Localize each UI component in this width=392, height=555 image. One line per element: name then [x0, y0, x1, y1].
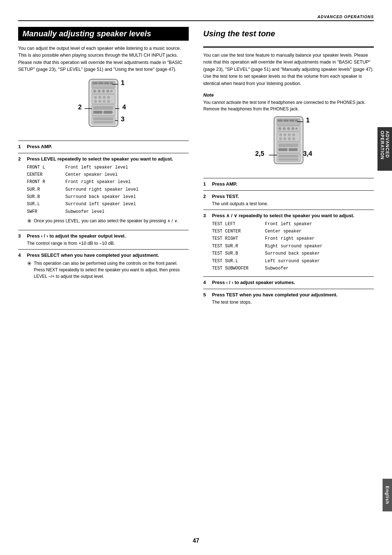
svg-point-14: [98, 96, 101, 99]
note-text: You cannot activate the test tone if hea…: [203, 99, 374, 112]
table-row: SUR.R Surround right speaker level: [27, 186, 189, 193]
svg-rect-4: [104, 82, 109, 84]
r-step-1-num: 1: [203, 181, 209, 187]
left-step-2: 2 Press LEVEL repeatedly to select the s…: [18, 153, 189, 230]
step-4-body: ✳ This operation can also be performed u…: [18, 260, 189, 280]
right-device-diagram: 1 2,5 3,4: [203, 116, 374, 172]
speaker-table: FRONT L Front left speaker level CENTER …: [27, 164, 189, 216]
svg-point-54: [283, 137, 286, 140]
right-step-2: 2 Press TEST. The unit outputs a test to…: [203, 190, 374, 210]
svg-point-11: [110, 90, 113, 92]
left-intro: You can adjust the output level of each …: [18, 45, 189, 73]
right-step-3: 3 Press ∧ / ∨ repeatedly to select the s…: [203, 210, 374, 277]
table-row: TEST CENTER Center speaker: [212, 228, 374, 235]
svg-point-55: [288, 137, 291, 140]
svg-text:2: 2: [78, 104, 82, 111]
svg-rect-60: [289, 148, 298, 151]
r-step-3-body: TEST LEFT Front left speaker TEST CENTER…: [203, 220, 374, 272]
svg-text:3,4: 3,4: [303, 150, 312, 157]
step-3-num: 3: [18, 233, 24, 239]
r-step-2-header: Press TEST.: [212, 194, 239, 199]
svg-point-9: [102, 90, 105, 93]
svg-rect-38: [278, 119, 283, 122]
svg-point-53: [279, 137, 282, 140]
english-tab: English: [383, 479, 392, 511]
svg-point-56: [292, 137, 295, 140]
r-step-4-header: Press ‹ / › to adjust speaker volumes.: [212, 280, 295, 285]
r-step-5-text: The test tone stops.: [212, 300, 252, 305]
right-section-title: Using the test tone: [203, 27, 374, 41]
advanced-operation-tab: ADVANCED OPERATION: [377, 127, 392, 171]
svg-point-17: [94, 100, 97, 103]
step-2-header: Press LEVEL repeatedly to select the spe…: [27, 156, 173, 162]
right-column: Using the test tone You can use the test…: [203, 27, 374, 308]
step-3-body: The control range is from +10 dB to –10 …: [18, 240, 189, 247]
svg-point-10: [106, 90, 109, 93]
svg-point-13: [94, 96, 97, 99]
table-row: TEST RIGHT Front right speaker: [212, 235, 374, 242]
step-2-num: 2: [18, 156, 24, 162]
step-3-text: The control range is from +10 dB to –10 …: [27, 241, 115, 246]
table-row: FRONT R Front right speaker level: [27, 178, 189, 186]
step-4-num: 4: [18, 252, 24, 258]
table-row: SWFR Subwoofer level: [27, 208, 189, 215]
right-step-1: 1 Press AMP.: [203, 178, 374, 190]
step-2-body: FRONT L Front left speaker level CENTER …: [18, 164, 189, 226]
svg-point-50: [283, 133, 286, 136]
table-row: SUR.B Surround back speaker level: [27, 193, 189, 200]
right-step-5: 5 Press TEST when you have completed you…: [203, 289, 374, 308]
r-step-5-body: The test tone stops.: [203, 299, 374, 306]
svg-point-18: [98, 100, 101, 103]
right-step-4: 4 Press ‹ / › to adjust speaker volumes.: [203, 276, 374, 289]
step-3-header: Press ‹ / › to adjust the speaker output…: [27, 233, 126, 239]
svg-rect-58: [278, 143, 298, 147]
right-device-svg: 1 2,5 3,4: [249, 116, 328, 172]
page-header: ADVANCED OPERATIONS: [18, 15, 374, 21]
content-columns: Manually adjusting speaker levels You ca…: [18, 27, 374, 308]
r-step-5-header: Press TEST when you have completed your …: [212, 292, 338, 297]
svg-point-44: [283, 127, 286, 130]
tip-2-text: This operation can also be performed usi…: [34, 260, 189, 280]
table-row: TEST SUR.R Right surround speaker: [212, 243, 374, 250]
svg-rect-5: [110, 82, 113, 84]
step-4-header: Press SELECT when you have completed you…: [27, 252, 159, 258]
left-device-svg: 1 2 4 3: [67, 78, 140, 135]
svg-point-45: [287, 127, 290, 130]
svg-text:3: 3: [121, 116, 124, 123]
svg-rect-40: [289, 119, 294, 122]
tip-1-text: Once you press LEVEL, you can also selec…: [34, 218, 179, 224]
table-row: SUR.L Surround left speaker level: [27, 200, 189, 208]
svg-point-47: [295, 127, 298, 130]
r-step-3-num: 3: [203, 213, 209, 218]
svg-rect-63: [278, 158, 298, 161]
left-step-1: 1 Press AMP.: [18, 141, 189, 153]
left-column: Manually adjusting speaker levels You ca…: [18, 27, 189, 284]
svg-rect-59: [278, 148, 287, 151]
r-step-1-header: Press AMP.: [212, 181, 237, 187]
table-row: FRONT L Front left speaker level: [27, 164, 189, 171]
svg-text:1: 1: [121, 79, 124, 86]
tip-icon-1: ✳: [27, 217, 32, 226]
r-step-3-header: Press ∧ / ∨ repeatedly to select the spe…: [212, 213, 354, 218]
r-step-2-num: 2: [203, 194, 209, 199]
header-label: ADVANCED OPERATIONS: [318, 15, 374, 19]
left-device-diagram: 1 2 4 3: [18, 78, 189, 135]
table-row: TEST SUR.B Surround back speaker: [212, 250, 374, 257]
page: ADVANCED OPERATIONS Manually adjusting s…: [0, 0, 392, 555]
table-row: TEST LEFT Front left speaker: [212, 220, 374, 228]
svg-point-49: [279, 133, 282, 136]
svg-point-46: [291, 127, 294, 130]
svg-rect-62: [278, 155, 298, 158]
svg-point-20: [107, 100, 110, 103]
left-step-3: 3 Press ‹ / › to adjust the speaker outp…: [18, 230, 189, 249]
svg-point-7: [93, 90, 96, 93]
note-title: Note: [203, 92, 374, 98]
step-1-num: 1: [18, 144, 24, 149]
svg-rect-2: [93, 82, 98, 84]
svg-point-8: [98, 90, 101, 93]
left-step-4: 4 Press SELECT when you have completed y…: [18, 249, 189, 284]
svg-rect-41: [295, 119, 298, 122]
table-row: CENTER Center speaker level: [27, 171, 189, 178]
tip-2: ✳ This operation can also be performed u…: [27, 260, 189, 280]
svg-point-52: [292, 133, 295, 136]
